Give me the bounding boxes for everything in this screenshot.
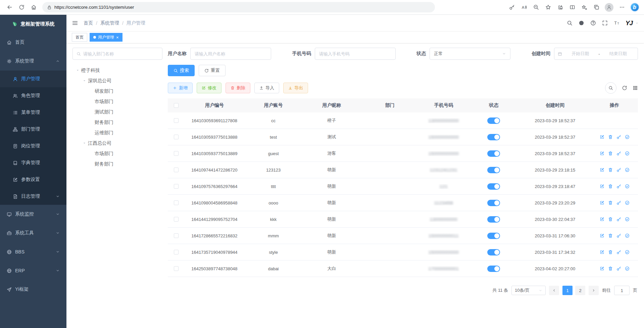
tree-caret-icon[interactable]: [83, 79, 86, 83]
page-button-2[interactable]: 2: [575, 286, 585, 295]
tree-node[interactable]: 深圳总公司: [72, 76, 162, 86]
row-checkbox[interactable]: [174, 250, 179, 254]
row-checkbox[interactable]: [174, 200, 179, 205]
add-button[interactable]: 新增: [168, 83, 193, 93]
delete-icon[interactable]: [608, 250, 613, 254]
sidebar-item-user-mgmt[interactable]: 用户管理: [0, 71, 66, 87]
assign-role-icon[interactable]: [625, 184, 630, 189]
github-icon[interactable]: [579, 20, 584, 26]
reset-password-icon[interactable]: [616, 250, 621, 254]
delete-button[interactable]: 删除: [226, 83, 250, 93]
status-toggle[interactable]: [487, 150, 500, 157]
search-icon[interactable]: [567, 20, 573, 26]
status-toggle[interactable]: [487, 216, 500, 223]
show-search-button[interactable]: [605, 82, 616, 94]
delete-icon[interactable]: [608, 184, 613, 189]
edit-icon[interactable]: [600, 135, 604, 139]
created-daterange-picker[interactable]: 开始日期 - 结束日期: [554, 48, 638, 60]
user-avatar[interactable]: YJ: [626, 19, 633, 27]
split-screen-button[interactable]: [567, 2, 578, 13]
reset-password-icon[interactable]: [616, 168, 621, 172]
read-aloud-button[interactable]: A: [518, 2, 529, 13]
fullscreen-icon[interactable]: [602, 20, 608, 26]
reset-password-icon[interactable]: [616, 233, 621, 238]
row-checkbox[interactable]: [174, 233, 179, 238]
row-checkbox[interactable]: [174, 266, 179, 271]
phone-input[interactable]: [315, 48, 396, 60]
reset-password-icon[interactable]: [616, 217, 621, 222]
tab-home[interactable]: 首页: [72, 33, 87, 42]
assign-role-icon[interactable]: [625, 200, 630, 205]
edit-icon[interactable]: [600, 266, 604, 271]
status-toggle[interactable]: [487, 266, 500, 272]
reset-password-icon[interactable]: [616, 200, 621, 205]
sidebar-item-system[interactable]: 系统管理: [0, 52, 66, 71]
reload-button[interactable]: [16, 2, 27, 13]
next-page-button[interactable]: [589, 286, 599, 295]
sidebar-item-param-settings[interactable]: 参数设置: [0, 171, 66, 188]
assign-role-icon[interactable]: [625, 135, 630, 139]
sidebar-item-role-mgmt[interactable]: 角色管理: [0, 87, 66, 104]
tree-node[interactable]: 市场部门: [72, 148, 162, 159]
edit-icon[interactable]: [600, 233, 604, 238]
url-text[interactable]: https://ccnetcore.com:1101/system/user: [54, 5, 134, 10]
delete-icon[interactable]: [608, 151, 613, 156]
tab-user-management[interactable]: 用户管理 ×: [90, 33, 122, 42]
delete-icon[interactable]: [608, 168, 613, 172]
sidebar-item-tools[interactable]: 系统工具: [0, 224, 66, 242]
tree-node[interactable]: 橙子科技: [72, 65, 162, 76]
tree-node[interactable]: 研发部门: [72, 86, 162, 96]
edit-icon[interactable]: [600, 250, 604, 254]
select-all-checkbox[interactable]: [174, 103, 179, 108]
row-checkbox[interactable]: [174, 168, 179, 172]
page-size-select[interactable]: 10条/页: [511, 286, 546, 295]
export-button[interactable]: 导出: [283, 83, 308, 93]
reset-password-icon[interactable]: [616, 184, 621, 189]
username-input[interactable]: [190, 48, 271, 60]
dept-search-input[interactable]: [83, 51, 158, 56]
zoom-out-button[interactable]: [531, 2, 541, 13]
favorites-bar-button[interactable]: [579, 2, 590, 13]
search-button[interactable]: 搜索: [168, 65, 195, 76]
address-bar[interactable]: https://ccnetcore.com:1101/system/user: [42, 2, 435, 12]
sidebar-item-yi-framework[interactable]: Yi框架: [0, 280, 66, 299]
tree-caret-icon[interactable]: [76, 68, 80, 72]
tree-node[interactable]: 财务部门: [72, 117, 162, 128]
tree-node[interactable]: 运维部门: [72, 128, 162, 138]
row-checkbox[interactable]: [174, 118, 179, 123]
edit-icon[interactable]: [600, 200, 604, 205]
back-button[interactable]: [4, 2, 15, 13]
refresh-table-icon[interactable]: [622, 85, 627, 91]
assign-role-icon[interactable]: [625, 151, 630, 156]
tree-node[interactable]: 财务部门: [72, 159, 162, 169]
breadcrumb-system[interactable]: 系统管理: [100, 20, 119, 26]
column-settings-icon[interactable]: [633, 85, 638, 91]
collections-button[interactable]: [591, 2, 602, 13]
prev-page-button[interactable]: [549, 286, 559, 295]
avatar-chevron-down-icon[interactable]: [635, 21, 639, 25]
status-toggle[interactable]: [487, 249, 500, 255]
sidebar-item-bbs[interactable]: BBS: [0, 242, 66, 261]
edit-icon[interactable]: [600, 168, 604, 172]
edit-icon[interactable]: [600, 151, 604, 156]
sidebar-item-monitor[interactable]: 系统监控: [0, 205, 66, 224]
sidebar-item-menu-mgmt[interactable]: 菜单管理: [0, 104, 66, 121]
extensions-button[interactable]: [555, 2, 565, 13]
status-toggle[interactable]: [487, 183, 500, 190]
row-checkbox[interactable]: [174, 135, 179, 139]
edit-button[interactable]: 修改: [197, 83, 221, 93]
delete-icon[interactable]: [608, 233, 613, 238]
status-select[interactable]: 正常: [430, 48, 510, 60]
tab-close-icon[interactable]: ×: [116, 35, 119, 40]
key-button[interactable]: [506, 2, 517, 13]
edit-icon[interactable]: [600, 184, 604, 189]
sidebar-item-erp[interactable]: ERP: [0, 261, 66, 280]
sidebar-item-dept-mgmt[interactable]: 部门管理: [0, 121, 66, 138]
sidebar-item-dict-mgmt[interactable]: 字典管理: [0, 154, 66, 171]
delete-icon[interactable]: [608, 266, 613, 271]
status-toggle[interactable]: [487, 233, 500, 239]
page-button-1[interactable]: 1: [562, 286, 573, 295]
favorite-button[interactable]: [543, 2, 553, 13]
tree-node[interactable]: 测试部门: [72, 107, 162, 117]
reset-password-icon[interactable]: [616, 135, 621, 139]
